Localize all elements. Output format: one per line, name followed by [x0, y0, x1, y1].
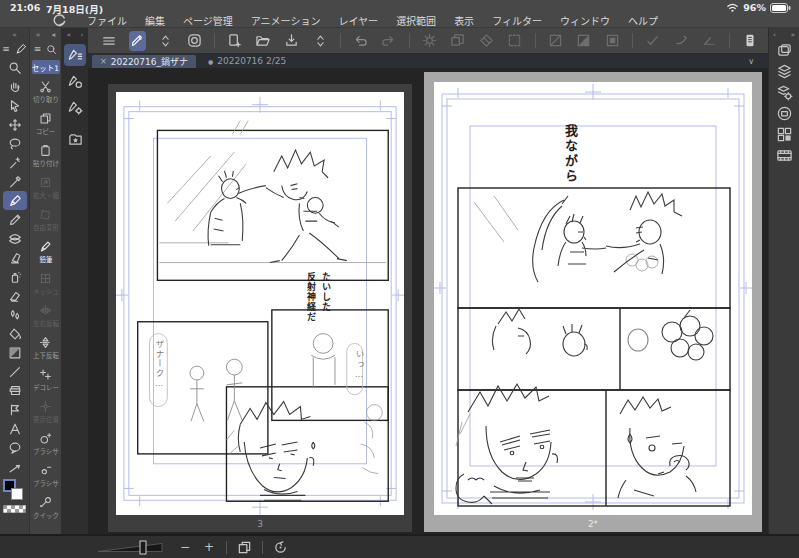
menu-selection[interactable]: 選択範囲 [396, 13, 436, 28]
tool-correction-line[interactable] [3, 457, 27, 476]
quick-access-menu-icon[interactable]: ≡ [34, 44, 42, 54]
collapse-tools-icon[interactable]: « [12, 30, 17, 39]
open-file-icon[interactable] [254, 31, 272, 51]
page-2-drawing-surface[interactable]: 我ながら [434, 82, 752, 515]
quick-item-brush-size-down[interactable]: ブラシサ [30, 460, 62, 492]
deselect-icon[interactable] [546, 31, 564, 51]
layers-icon[interactable] [773, 61, 795, 82]
tool-lasso[interactable] [3, 134, 27, 153]
export-chevrons-icon[interactable] [311, 31, 329, 51]
quick-item-free-transform[interactable]: 自由変形 [30, 204, 62, 236]
tool-blend[interactable] [3, 305, 27, 324]
quick-item-decoration[interactable]: デコレー [30, 364, 62, 396]
expand-subtool-icon[interactable]: › [80, 30, 83, 39]
pen-lines-icon[interactable] [64, 44, 86, 66]
tool-operation[interactable] [3, 96, 27, 115]
navigator-icon[interactable] [773, 103, 795, 124]
tool-move-layer[interactable] [3, 115, 27, 134]
tool-brush[interactable] [3, 210, 27, 229]
collapse-subtool-icon[interactable]: « [67, 30, 72, 39]
transparent-color-swatch[interactable] [3, 505, 26, 513]
snap-angle-icon[interactable] [701, 31, 719, 51]
page-3-drawing-surface[interactable]: たいした 反射神経だ ザナーク… いっ… [116, 92, 404, 515]
canvas-area[interactable]: たいした 反射神経だ ザナーク… いっ… 3 [88, 68, 768, 534]
quick-item-mesh[interactable]: メッシュ [30, 268, 62, 300]
quick-item-flip-vertical[interactable]: 上下反転 [30, 332, 62, 364]
snap-curve-icon[interactable] [672, 31, 690, 51]
pin-quick-access-icon[interactable]: ◂ [52, 30, 56, 39]
pen-gear-icon[interactable] [64, 96, 86, 118]
current-tool-brush-icon[interactable] [129, 31, 147, 51]
snap-check-icon[interactable] [644, 31, 662, 51]
canvas-icon[interactable] [773, 40, 795, 61]
invert-selection-icon[interactable] [575, 31, 593, 51]
select-area-icon[interactable] [506, 31, 524, 51]
color-swatches[interactable] [2, 479, 28, 517]
timeline-icon[interactable] [773, 145, 795, 166]
tool-eraser[interactable] [3, 248, 27, 267]
tab-active-document[interactable]: × 20220716_鍋ザナ [92, 55, 196, 68]
tool-eyedropper[interactable] [3, 172, 27, 191]
folder-star-icon[interactable] [64, 128, 86, 150]
collapse-quick-access-icon[interactable]: « [36, 30, 41, 39]
tool-text[interactable] [3, 419, 27, 438]
material-icon[interactable] [773, 124, 795, 145]
quick-item-view-position[interactable]: 表示位置 [30, 396, 62, 428]
eraser-diamond-icon[interactable] [478, 31, 496, 51]
dock-expand-icon[interactable]: » [790, 30, 795, 39]
menu-filter[interactable]: フィルター [492, 13, 542, 28]
tool-panel-menu-icon[interactable]: ≡ [2, 44, 10, 54]
menu-animation[interactable]: アニメーション [251, 13, 321, 28]
menu-page-manage[interactable]: ページ管理 [183, 13, 233, 28]
tool-flag[interactable] [3, 400, 27, 419]
menu-layer[interactable]: レイヤー [338, 13, 378, 28]
hamburger-menu-icon[interactable] [100, 31, 118, 51]
tool-figure[interactable] [3, 362, 27, 381]
redo-icon[interactable] [380, 31, 398, 51]
menu-help[interactable]: ヘルプ [628, 13, 658, 28]
layer-property-icon[interactable] [773, 82, 795, 103]
tool-auto-select[interactable] [3, 153, 27, 172]
page-card-3[interactable]: たいした 反射神経だ ザナーク… いっ… 3 [108, 84, 412, 532]
quick-item-cut[interactable]: 切り取り [30, 76, 62, 108]
fill-selection-icon[interactable] [603, 31, 621, 51]
fit-screen-icon[interactable] [237, 540, 252, 555]
tool-zoom[interactable] [3, 58, 27, 77]
tool-balloon[interactable] [3, 438, 27, 457]
undo-icon[interactable] [352, 31, 370, 51]
tab-inactive-document[interactable]: ● 20220716 2/25 [200, 55, 294, 68]
quick-access-search-icon[interactable] [46, 44, 57, 55]
quick-item-brush-size-up[interactable]: ブラシサ [30, 428, 62, 460]
zoom-in-button[interactable]: + [202, 541, 216, 553]
tool-eraser-hard[interactable] [3, 286, 27, 305]
tab-collapse-chevron-icon[interactable]: ∨ [748, 57, 768, 66]
process-icon[interactable] [421, 31, 439, 51]
clip-studio-logo[interactable] [52, 13, 67, 28]
zoom-slider[interactable] [96, 538, 168, 556]
quick-item-quick-settings[interactable]: クイック [30, 492, 62, 524]
zoom-out-button[interactable]: − [178, 541, 192, 553]
tool-decoration[interactable] [3, 229, 27, 248]
tool-pen[interactable] [3, 191, 27, 210]
tool-chevrons-icon[interactable] [157, 31, 175, 51]
tool-gradient[interactable] [3, 343, 27, 362]
menu-file[interactable]: ファイル [87, 13, 127, 28]
background-color-swatch[interactable] [11, 488, 23, 500]
export-icon[interactable] [283, 31, 301, 51]
duplicate-icon[interactable] [449, 31, 467, 51]
quick-item-flip-horizontal[interactable]: 左右反転 [30, 300, 62, 332]
tool-airbrush[interactable] [3, 267, 27, 286]
close-tab-icon[interactable]: × [100, 57, 107, 66]
tool-fill[interactable] [3, 324, 27, 343]
quick-access-set-tab[interactable]: セット1 [32, 60, 60, 74]
quick-item-scale[interactable]: 拡大・縮 [30, 172, 62, 204]
menu-window[interactable]: ウィンドウ [560, 13, 610, 28]
dock-prev-icon[interactable]: ‹ [773, 30, 776, 39]
companion-device-icon[interactable] [741, 31, 759, 51]
tool-frame-border[interactable] [3, 381, 27, 400]
new-page-icon[interactable] [226, 31, 244, 51]
quick-item-pencil[interactable]: 鉛筆 [30, 236, 62, 268]
pen-circle-icon[interactable] [64, 70, 86, 92]
quick-item-copy[interactable]: コピー [30, 108, 62, 140]
tool-hand[interactable] [3, 77, 27, 96]
